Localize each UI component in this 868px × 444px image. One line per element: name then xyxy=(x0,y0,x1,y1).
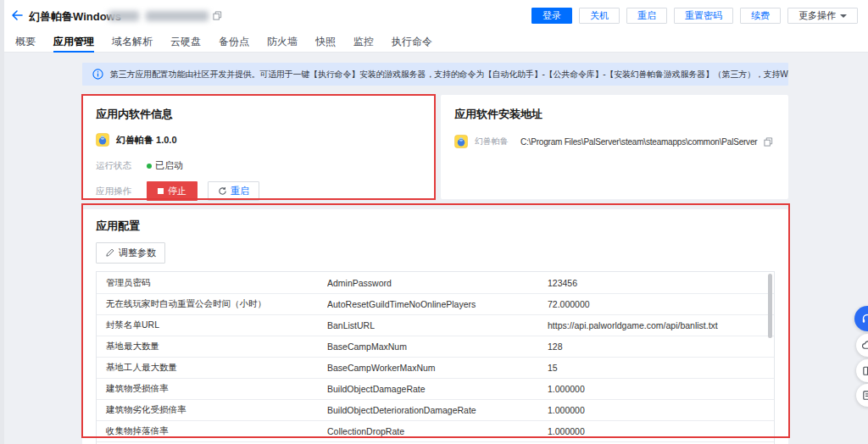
config-param-cell: BanListURL xyxy=(327,320,548,330)
config-value-cell: 1.000000 xyxy=(548,384,774,394)
config-table-row: 收集物掉落倍率 CollectionDropRate 1.000000 xyxy=(97,420,774,441)
status-label: 运行状态 xyxy=(96,160,147,172)
tab-app-management[interactable]: 应用管理 xyxy=(53,31,94,53)
headset-icon xyxy=(860,312,868,325)
stop-square-icon xyxy=(158,188,164,194)
copy-icon[interactable] xyxy=(764,137,773,147)
restart-button-label: 重启 xyxy=(231,185,249,197)
tab-monitor[interactable]: 监控 xyxy=(353,31,374,53)
config-value-cell: 128 xyxy=(548,341,774,352)
app-config-card: 应用配置 调整参数 管理员密码 AdminPassword 123456 无在线… xyxy=(82,209,788,444)
config-value-cell: 1.000000 xyxy=(548,405,774,415)
config-param-cell: CollectionDropRate xyxy=(327,426,548,436)
operation-label: 应用操作 xyxy=(96,186,147,197)
install-path-value: C:\Program Files\PalServer\steam\steamap… xyxy=(520,137,757,147)
software-card-title: 应用内软件信息 xyxy=(96,107,420,122)
login-button[interactable]: 登录 xyxy=(531,8,572,24)
config-value-cell: 72.000000 xyxy=(548,299,774,309)
palworld-app-icon xyxy=(454,135,468,148)
banner-text: 第三方应用配置功能由社区开发并提供。可适用于一键【执行命令】安装的游戏服务器，支… xyxy=(110,69,788,80)
install-card-title: 应用软件安装地址 xyxy=(454,107,775,122)
form-icon xyxy=(861,389,868,402)
stop-button[interactable]: 停止 xyxy=(147,181,198,201)
app-name-version: 幻兽帕鲁 1.0.0 xyxy=(116,134,177,147)
config-param-cell: AdminPassword xyxy=(327,278,548,288)
status-row: 运行状态 已启动 xyxy=(96,159,420,172)
config-value-cell: 1.000000 xyxy=(548,426,774,436)
docs-button[interactable] xyxy=(856,359,868,382)
adjust-params-label: 调整参数 xyxy=(119,247,156,259)
config-param-cell: AutoResetGuildTimeNoOnlinePlayers xyxy=(327,299,548,309)
tab-run-command[interactable]: 执行命令 xyxy=(392,31,432,53)
config-card-title: 应用配置 xyxy=(96,219,775,234)
operation-row: 应用操作 停止 重启 xyxy=(96,181,420,201)
info-banner: 第三方应用配置功能由社区开发并提供。可适用于一键【执行命令】安装的游戏服务器，支… xyxy=(82,63,788,86)
config-name-cell: 收集物掉落倍率 xyxy=(97,425,327,437)
config-table-row: 基地最大数量 BaseCampMaxNum 128 xyxy=(97,336,774,357)
config-table-row: 封禁名单URL BanListURL https://api.palworldg… xyxy=(97,314,774,336)
tab-overview[interactable]: 概要 xyxy=(15,31,36,53)
more-actions-label: 更多操作 xyxy=(798,8,836,23)
config-name-cell: 建筑物劣化受损倍率 xyxy=(97,404,327,416)
config-table: 管理员密码 AdminPassword 123456 无在线玩家时自动重置公会时… xyxy=(96,271,775,444)
customer-service-button[interactable] xyxy=(854,306,868,331)
reboot-button[interactable]: 重启 xyxy=(626,8,667,24)
restart-icon xyxy=(218,186,227,196)
redacted-ip-address xyxy=(146,11,209,21)
stop-button-label: 停止 xyxy=(168,185,186,197)
config-name-cell: 基地工人最大数量 xyxy=(97,362,327,374)
tab-dns[interactable]: 域名解析 xyxy=(112,31,153,53)
shutdown-button[interactable]: 关机 xyxy=(579,8,620,24)
table-scrollbar-thumb[interactable] xyxy=(768,274,772,338)
window-edge-strip xyxy=(0,0,4,444)
config-table-row: 管理员密码 AdminPassword 123456 xyxy=(97,272,774,293)
software-info-card: 应用内软件信息 幻兽帕鲁 1.0.0 运行状态 已启动 应用操作 停止 xyxy=(82,95,434,199)
top-bar: 幻兽帕鲁Windows 登录 关机 重启 重置密码 续费 更多操作 xyxy=(0,0,868,31)
restart-button[interactable]: 重启 xyxy=(208,181,259,201)
status-badge: 已启动 xyxy=(147,159,183,172)
tab-firewall[interactable]: 防火墙 xyxy=(267,31,298,53)
chevron-down-icon xyxy=(840,14,847,18)
config-table-row: 建筑物劣化受损倍率 BuildObjectDeteriorationDamage… xyxy=(97,399,774,420)
info-icon xyxy=(92,69,103,80)
status-dot-icon xyxy=(147,164,152,169)
config-param-cell: BuildObjectDeteriorationDamageRate xyxy=(327,405,548,415)
config-name-cell: 封禁名单URL xyxy=(97,319,327,331)
tab-bar: 概要 应用管理 域名解析 云硬盘 备份点 防火墙 快照 监控 执行命令 xyxy=(0,31,868,53)
config-param-cell: BaseCampWorkerMaxNum xyxy=(327,363,548,373)
config-table-row: 基地工人最大数量 BaseCampWorkerMaxNum 15 xyxy=(97,357,774,378)
config-param-cell: BuildObjectDamageRate xyxy=(327,384,548,394)
install-path-card: 应用软件安装地址 幻兽帕鲁 C:\Program Files\PalServer… xyxy=(441,95,788,199)
redacted-instance-id xyxy=(108,11,139,21)
console-page: 幻兽帕鲁Windows 登录 关机 重启 重置密码 续费 更多操作 概要 应用管… xyxy=(0,0,868,444)
tab-cloud-disk[interactable]: 云硬盘 xyxy=(170,31,201,53)
config-name-cell: 建筑物受损倍率 xyxy=(97,383,327,395)
tab-backup-point[interactable]: 备份点 xyxy=(219,31,249,53)
config-value-cell: 123456 xyxy=(548,278,774,288)
config-table-row: 建筑物受损倍率 BuildObjectDamageRate 1.000000 xyxy=(97,378,774,399)
reset-password-button[interactable]: 重置密码 xyxy=(674,8,733,24)
cloud-button[interactable] xyxy=(856,334,868,357)
instance-title: 幻兽帕鲁Windows xyxy=(29,9,121,25)
palworld-app-icon xyxy=(96,133,109,147)
config-table-row: 无在线玩家时自动重置公会时间（小时） AutoResetGuildTimeNoO… xyxy=(97,293,774,314)
adjust-params-button[interactable]: 调整参数 xyxy=(96,242,165,264)
config-value-cell: 15 xyxy=(548,363,774,373)
more-actions-button[interactable]: 更多操作 xyxy=(787,8,858,24)
config-name-cell: 管理员密码 xyxy=(97,277,327,289)
feedback-form-button[interactable] xyxy=(856,384,868,407)
tab-snapshot[interactable]: 快照 xyxy=(315,31,336,53)
cloud-icon xyxy=(861,339,868,352)
book-icon xyxy=(861,364,868,377)
copy-icon[interactable] xyxy=(213,11,222,20)
app-row: 幻兽帕鲁 1.0.0 xyxy=(96,133,420,147)
config-name-cell: 基地最大数量 xyxy=(97,341,327,352)
back-arrow-icon[interactable] xyxy=(10,8,24,22)
config-name-cell: 无在线玩家时自动重置公会时间（小时） xyxy=(97,298,327,310)
instance-actions: 登录 关机 重启 重置密码 续费 更多操作 xyxy=(531,8,858,24)
pencil-icon xyxy=(105,248,114,258)
install-app-name: 幻兽帕鲁 xyxy=(475,136,509,147)
renew-button[interactable]: 续费 xyxy=(740,8,781,24)
config-param-cell: BaseCampMaxNum xyxy=(327,341,548,352)
install-path-row: 幻兽帕鲁 C:\Program Files\PalServer\steam\st… xyxy=(454,135,775,148)
